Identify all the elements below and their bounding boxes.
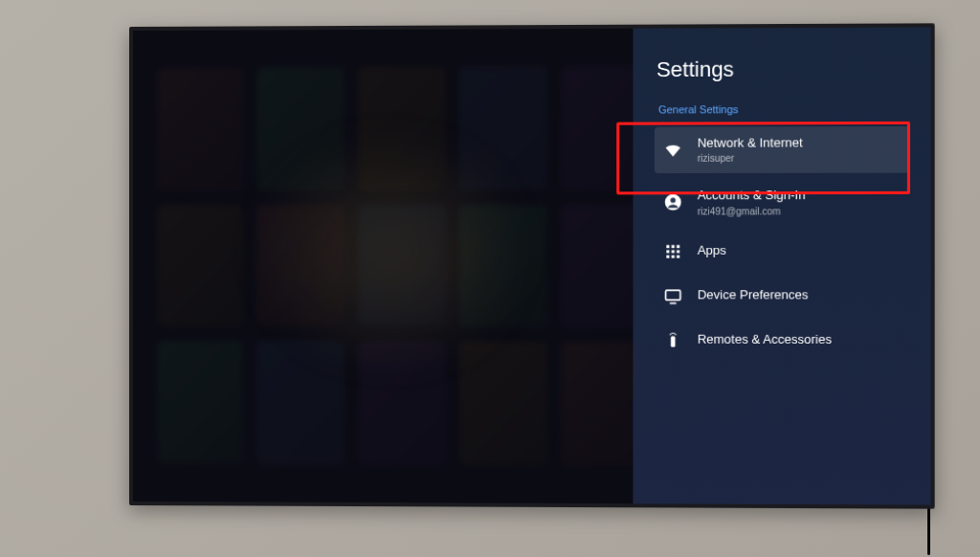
- menu-item-accounts[interactable]: Accounts & Sign-In rizi491@gmail.com: [655, 179, 909, 226]
- svg-rect-4: [677, 245, 679, 248]
- settings-title: Settings: [657, 56, 909, 82]
- apps-icon: [662, 240, 683, 261]
- svg-rect-7: [677, 250, 679, 253]
- svg-rect-3: [672, 245, 675, 248]
- screen-reflection: [252, 133, 529, 370]
- menu-item-sublabel: rizi491@gmail.com: [698, 205, 806, 217]
- menu-item-device[interactable]: Device Preferences: [655, 277, 909, 316]
- tv-frame: Settings General Settings Network & Inte…: [129, 23, 935, 508]
- section-label-general: General Settings: [658, 103, 909, 116]
- svg-rect-8: [666, 255, 669, 257]
- svg-rect-9: [672, 255, 675, 257]
- menu-item-sublabel: rizisuper: [698, 152, 803, 165]
- menu-item-label: Apps: [698, 243, 726, 258]
- menu-item-label: Remotes & Accessories: [698, 332, 832, 348]
- menu-item-remotes[interactable]: Remotes & Accessories: [655, 321, 909, 360]
- menu-item-label: Device Preferences: [698, 288, 809, 303]
- settings-panel: Settings General Settings Network & Inte…: [633, 27, 930, 504]
- menu-item-network[interactable]: Network & Internet rizisuper: [655, 126, 909, 173]
- account-icon: [662, 192, 683, 213]
- remote-icon: [662, 329, 683, 350]
- wifi-icon: [662, 140, 683, 161]
- svg-rect-2: [666, 245, 669, 248]
- svg-rect-11: [665, 290, 679, 300]
- menu-item-apps[interactable]: Apps: [655, 232, 909, 271]
- menu-item-label: Accounts & Sign-In: [698, 188, 806, 204]
- svg-rect-10: [677, 255, 679, 257]
- svg-rect-5: [666, 250, 669, 253]
- svg-rect-6: [672, 250, 675, 253]
- svg-point-1: [670, 198, 675, 203]
- menu-item-label: Network & Internet: [698, 135, 803, 151]
- background-app-tiles: [157, 66, 649, 465]
- device-icon: [662, 285, 683, 306]
- svg-rect-13: [671, 336, 676, 346]
- tv-screen: Settings General Settings Network & Inte…: [133, 27, 931, 504]
